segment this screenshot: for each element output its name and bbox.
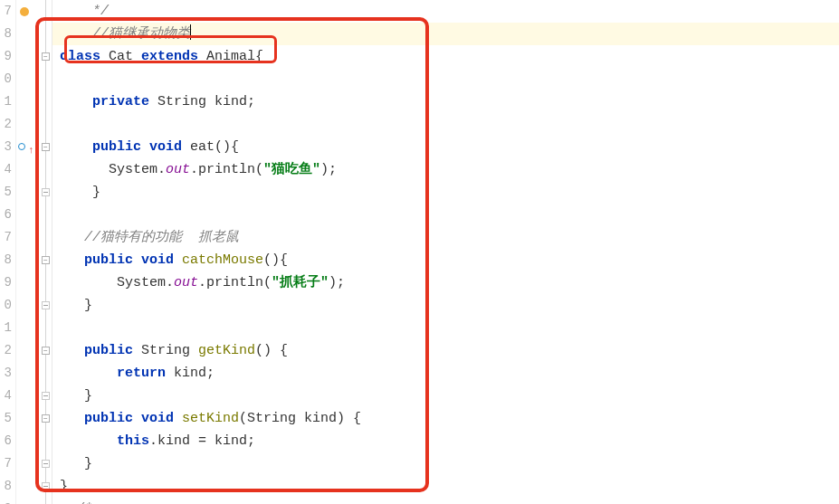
fold-toggle-icon[interactable]: − [42,52,50,61]
line-number[interactable]: 3 [0,362,12,385]
line-number[interactable]: 7 [0,0,12,23]
line-number[interactable]: 2 [0,339,12,362]
line-number[interactable]: 9 [0,498,12,504]
code-line[interactable]: */ [60,0,839,23]
text-cursor [190,24,191,40]
code-line[interactable]: } [60,475,839,498]
fold-toggle-icon[interactable]: − [42,143,50,151]
override-marker-icon[interactable] [18,143,25,150]
code-line[interactable]: this.kind = kind; [60,430,839,452]
line-number[interactable]: 9 [0,271,12,294]
line-number[interactable]: 8 [0,475,12,498]
line-number[interactable]: 0 [0,294,12,317]
code-line[interactable]: public String getKind() { [60,339,839,362]
fold-end-icon[interactable] [42,301,50,309]
code-content[interactable]: */ //猫继承动物类 class Cat extends Animal{ pr… [52,0,839,504]
code-line[interactable]: System.out.println("猫吃鱼"); [60,158,839,181]
code-line[interactable] [60,68,839,90]
line-number[interactable]: 8 [0,23,12,45]
line-number[interactable]: 2 [0,113,12,136]
line-number[interactable]: 5 [0,407,12,430]
code-line[interactable]: } [60,181,839,204]
code-line[interactable]: public void eat(){ [60,136,839,158]
line-number[interactable]: 7 [0,226,12,249]
line-number[interactable]: 4 [0,385,12,407]
fold-end-icon[interactable] [42,460,50,468]
code-line[interactable]: private String kind; [60,90,839,113]
code-line[interactable]: } [60,452,839,475]
line-number[interactable]: 7 [0,452,12,475]
fold-toggle-icon[interactable]: − [42,347,50,355]
line-number[interactable]: 5 [0,181,12,204]
line-number[interactable]: 4 [0,158,12,181]
code-line[interactable]: public void catchMouse(){ [60,249,839,271]
code-line[interactable]: } [60,385,839,407]
fold-toggle-icon[interactable]: − [42,414,50,423]
fold-gutter[interactable]: − − − − − [40,0,52,504]
line-number[interactable]: 8 [0,249,12,271]
code-line[interactable]: public void setKind(String kind) { [60,407,839,430]
code-line[interactable]: /* [60,498,839,504]
line-number[interactable]: 9 [0,45,12,68]
line-number[interactable]: 1 [0,317,12,339]
fold-end-icon[interactable] [42,482,50,490]
code-line[interactable] [60,317,839,339]
line-number[interactable]: 6 [0,204,12,226]
code-line[interactable]: System.out.println("抓耗子"); [60,271,839,294]
warning-icon[interactable] [20,7,29,16]
fold-end-icon[interactable] [42,188,50,196]
code-line[interactable]: } [60,294,839,317]
code-line[interactable] [60,204,839,226]
code-line[interactable] [60,113,839,136]
line-number[interactable]: 1 [0,90,12,113]
code-line[interactable]: class Cat extends Animal{ [60,45,839,68]
fold-toggle-icon[interactable]: − [42,256,50,264]
line-number[interactable]: 3 [0,136,12,158]
marker-gutter[interactable]: ↑ [16,0,40,504]
line-number[interactable]: 6 [0,430,12,452]
line-number[interactable]: 0 [0,68,12,90]
gutter: 7 8 9 0 1 2 3 4 5 6 7 8 9 0 1 2 3 4 5 6 … [0,0,52,504]
code-line[interactable]: //猫特有的功能 抓老鼠 [60,226,839,249]
code-line-current[interactable]: //猫继承动物类 [52,23,839,45]
line-number-gutter[interactable]: 7 8 9 0 1 2 3 4 5 6 7 8 9 0 1 2 3 4 5 6 … [0,0,16,504]
code-editor[interactable]: 7 8 9 0 1 2 3 4 5 6 7 8 9 0 1 2 3 4 5 6 … [0,0,839,504]
fold-end-icon[interactable] [42,392,50,400]
code-line[interactable]: return kind; [60,362,839,385]
